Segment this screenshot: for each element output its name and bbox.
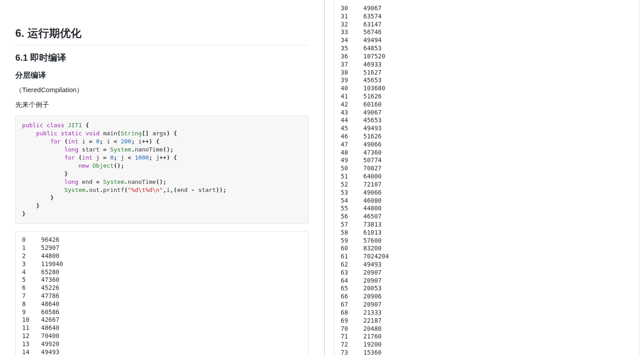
output-row: 44 45653 [341, 116, 633, 125]
output-row: 64 20907 [341, 277, 633, 285]
output-value: 45226 [34, 284, 59, 291]
output-value: 70827 [356, 165, 382, 172]
output-row: 47 49066 [341, 141, 633, 149]
output-row: 43 49067 [341, 109, 633, 117]
output-index: 67 [341, 301, 356, 309]
output-row: 12 70400 [22, 332, 302, 340]
output-value: 49066 [356, 189, 382, 196]
output-row: 3 119040 [22, 260, 302, 268]
output-row: 14 49493 [22, 348, 302, 356]
output-row: 4 65280 [22, 268, 302, 276]
output-value: 63147 [356, 21, 382, 28]
output-index: 34 [341, 36, 356, 44]
output-row: 49 50774 [341, 156, 633, 165]
output-row: 30 49067 [341, 4, 633, 13]
output-row: 73 15360 [341, 349, 633, 356]
output-index: 36 [341, 53, 356, 61]
output-value: 20480 [356, 325, 382, 332]
subsection-heading: 6.1 即时编译 [15, 52, 309, 64]
output-index: 2 [22, 252, 34, 260]
section-heading: 6. 运行期优化 [15, 26, 309, 45]
output-value: 61013 [356, 229, 382, 236]
output-index: 47 [341, 141, 356, 149]
output-row: 2 44800 [22, 252, 302, 260]
output-index: 41 [341, 93, 356, 101]
output-row: 60 83200 [341, 245, 633, 253]
output-index: 3 [22, 260, 34, 268]
output-value: 49493 [34, 348, 59, 356]
output-value: 45653 [356, 116, 382, 124]
output-value: 46933 [356, 61, 382, 68]
output-value: 44800 [356, 205, 382, 212]
output-index: 50 [341, 165, 356, 173]
output-row: 67 20907 [341, 301, 633, 309]
output-value: 48640 [34, 324, 59, 331]
output-row: 1 52907 [22, 244, 302, 252]
output-value: 19200 [356, 341, 382, 348]
output-index: 61 [341, 253, 356, 261]
output-index: 46 [341, 133, 356, 141]
output-row: 6 45226 [22, 284, 302, 292]
output-value: 46080 [356, 197, 382, 204]
output-index: 43 [341, 109, 356, 117]
output-index: 66 [341, 293, 356, 301]
output-row: 68 21333 [341, 309, 633, 317]
output-value: 72107 [356, 181, 382, 188]
output-value: 20906 [356, 293, 382, 300]
output-value: 51626 [356, 93, 382, 100]
output-index: 71 [341, 333, 356, 341]
output-row: 66 20906 [341, 293, 633, 301]
output-index: 30 [341, 4, 356, 13]
output-row: 37 46933 [341, 61, 633, 69]
output-row: 46 51626 [341, 133, 633, 141]
output-row: 55 44800 [341, 205, 633, 213]
output-row: 39 45653 [341, 76, 633, 85]
paragraph-intro: 先来个例子 [15, 101, 309, 109]
output-row: 61 7024204 [341, 253, 633, 261]
output-row: 5 47360 [22, 276, 302, 284]
output-row: 32 63147 [341, 21, 633, 29]
output-index: 10 [22, 316, 34, 324]
output-value: 48640 [34, 300, 59, 307]
output-value: 22187 [356, 317, 382, 324]
output-index: 70 [341, 325, 356, 333]
output-index: 52 [341, 181, 356, 189]
output-index: 11 [22, 324, 34, 332]
output-row: 58 61013 [341, 229, 633, 237]
output-row: 52 72107 [341, 181, 633, 189]
output-value: 21760 [356, 333, 382, 340]
output-value: 51627 [356, 69, 382, 76]
output-row: 11 48640 [22, 324, 302, 332]
output-row: 70 20480 [341, 325, 633, 333]
output-row: 42 60160 [341, 101, 633, 109]
output-row: 13 49920 [22, 340, 302, 348]
output-index: 64 [341, 277, 356, 285]
output-row: 34 49494 [341, 36, 633, 44]
output-row: 53 49066 [341, 189, 633, 197]
output-value: 47360 [34, 276, 59, 283]
output-index: 63 [341, 269, 356, 277]
output-value: 51626 [356, 133, 382, 140]
output-row: 45 49493 [341, 125, 633, 133]
output-value: 64853 [356, 44, 382, 52]
output-row: 36 107520 [341, 53, 633, 61]
output-value: 49067 [356, 4, 382, 12]
output-row: 0 96426 [22, 236, 302, 244]
output-row: 59 57600 [341, 237, 633, 245]
output-row: 63 20907 [341, 269, 633, 277]
output-value: 103680 [356, 85, 385, 92]
output-value: 83200 [356, 245, 382, 252]
output-index: 49 [341, 156, 356, 165]
output-index: 51 [341, 173, 356, 181]
output-index: 45 [341, 125, 356, 133]
output-value: 73813 [356, 221, 382, 228]
output-index: 37 [341, 61, 356, 69]
output-value: 56746 [356, 28, 382, 36]
output-value: 119040 [34, 260, 63, 267]
output-index: 48 [341, 149, 356, 157]
output-value: 70400 [34, 332, 59, 339]
output-row: 38 51627 [341, 69, 633, 77]
output-value: 65280 [34, 268, 59, 276]
output-index: 68 [341, 309, 356, 317]
output-value: 64000 [356, 173, 382, 180]
